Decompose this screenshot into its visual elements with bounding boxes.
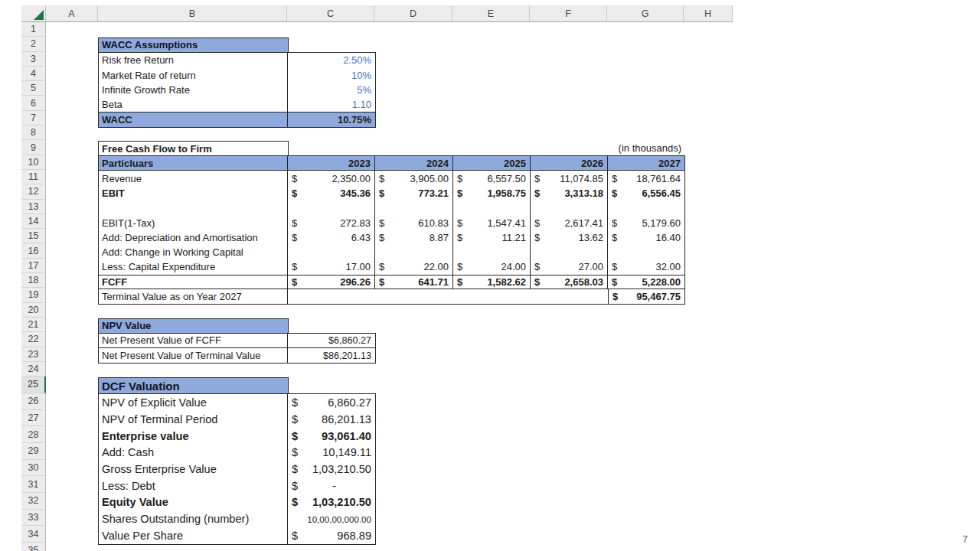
fcff-value-cell[interactable]: $11.21 (453, 230, 531, 245)
row-header-10[interactable]: 10 (21, 155, 46, 170)
fcff-value-cell[interactable]: $11,074.85 (531, 171, 608, 185)
fcff-value-cell[interactable]: $1,958.75 (453, 186, 531, 201)
fcff-label-cell[interactable]: Revenue (99, 171, 288, 185)
fcff-value-cell[interactable]: $17.00 (288, 259, 375, 274)
wacc-value-cell[interactable]: 2.50% (288, 53, 375, 67)
row-header-8[interactable]: 8 (21, 126, 46, 140)
fcff-value-cell[interactable] (608, 201, 684, 215)
column-header-H[interactable]: H (684, 5, 733, 22)
fcff-value-cell[interactable]: $773.21 (375, 186, 453, 201)
column-header-F[interactable]: F (530, 5, 607, 22)
row-header-21[interactable]: 21 (21, 318, 46, 332)
wacc-total-value-cell[interactable]: 10.75% (288, 112, 375, 126)
dcf-label-cell[interactable]: Equity Value (99, 494, 288, 511)
fcff-value-cell[interactable]: $5,179.60 (608, 215, 684, 230)
row-header-5[interactable]: 5 (21, 81, 46, 96)
row-header-6[interactable]: 6 (21, 96, 46, 110)
fcff-value-cell[interactable]: $27.00 (531, 259, 608, 274)
row-header-1[interactable]: 1 (21, 22, 46, 37)
fcff-value-cell[interactable]: $2,350.00 (288, 171, 375, 185)
dcf-value-cell[interactable]: $968.89 (288, 527, 375, 544)
wacc-value-cell[interactable]: 1.10 (288, 97, 375, 112)
column-header-D[interactable]: D (374, 5, 452, 22)
fcff-value-cell[interactable]: $345.36 (288, 186, 375, 201)
row-header-31[interactable]: 31 (21, 476, 46, 493)
dcf-value-cell[interactable]: $1,03,210.50 (288, 494, 375, 511)
fcff-label-cell[interactable]: EBIT(1-Tax) (99, 215, 288, 230)
row-header-2[interactable]: 2 (21, 37, 46, 51)
wacc-label-cell[interactable]: Risk free Return (99, 53, 288, 67)
row-header-11[interactable]: 11 (21, 170, 46, 184)
row-header-34[interactable]: 34 (21, 526, 46, 543)
fcff-value-cell[interactable]: $8.87 (375, 230, 453, 245)
row-header-22[interactable]: 22 (21, 332, 46, 347)
fcff-value-cell[interactable] (288, 201, 375, 215)
fcff-value-cell[interactable] (531, 245, 608, 259)
npv-label-cell[interactable]: Net Present Value of FCFF (99, 334, 288, 347)
column-header-B[interactable]: B (98, 5, 287, 22)
dcf-label-cell[interactable]: Enterprise value (99, 428, 288, 445)
row-header-7[interactable]: 7 (21, 111, 46, 126)
fcff-year-cell[interactable]: 2027 (608, 156, 684, 170)
dcf-value-cell[interactable]: $- (288, 478, 375, 494)
row-header-12[interactable]: 12 (21, 184, 46, 199)
fcff-value-cell[interactable]: $18,761.64 (608, 171, 684, 185)
fcff-title-cell[interactable]: Free Cash Flow to Firm (98, 141, 289, 156)
row-header-20[interactable]: 20 (21, 303, 46, 318)
wacc-label-cell[interactable]: Infinite Growth Rate (99, 83, 288, 97)
row-header-26[interactable]: 26 (21, 393, 46, 410)
fcff-header-label-cell[interactable]: Particluars (99, 156, 288, 170)
select-all-button[interactable] (21, 5, 46, 22)
fcff-value-cell[interactable]: $13.62 (531, 230, 608, 245)
row-header-14[interactable]: 14 (21, 214, 46, 229)
wacc-value-cell[interactable]: 10% (288, 67, 375, 82)
row-header-24[interactable]: 24 (21, 362, 46, 377)
row-header-27[interactable]: 27 (21, 410, 46, 427)
fcff-value-cell[interactable] (288, 245, 375, 259)
npv-value-cell[interactable]: $86,201.13 (288, 348, 375, 363)
fcff-label-cell[interactable]: EBIT (99, 186, 288, 201)
row-header-3[interactable]: 3 (21, 52, 46, 67)
row-header-30[interactable]: 30 (21, 460, 46, 477)
fcff-value-cell[interactable] (453, 201, 531, 215)
fcff-value-cell[interactable]: $3,905.00 (375, 171, 453, 185)
dcf-label-cell[interactable]: Less: Debt (99, 478, 288, 494)
fcff-value-cell[interactable]: $16.40 (608, 230, 684, 245)
fcff-year-cell[interactable]: 2023 (288, 156, 375, 170)
row-header-9[interactable]: 9 (21, 140, 46, 155)
column-header-C[interactable]: C (287, 5, 374, 22)
units-note-cell[interactable]: (in thousands) (567, 141, 684, 155)
row-header-13[interactable]: 13 (21, 200, 46, 214)
row-header-29[interactable]: 29 (21, 443, 46, 460)
fcff-value-cell[interactable] (608, 245, 684, 259)
fcff-value-cell[interactable] (375, 245, 453, 259)
npv-label-cell[interactable]: Net Present Value of Terminal Value (99, 348, 288, 363)
fcff-value-cell[interactable]: $6.43 (288, 230, 375, 245)
row-header-17[interactable]: 17 (21, 259, 46, 273)
fcff-label-cell[interactable]: Add: Depreciation and Amortisation (99, 230, 288, 245)
fcff-value-cell[interactable] (453, 245, 531, 259)
fcff-value-cell[interactable]: $3,313.18 (531, 186, 608, 201)
wacc-value-cell[interactable]: 5% (288, 83, 375, 97)
dcf-label-cell[interactable]: Value Per Share (99, 527, 288, 544)
fcff-label-cell[interactable] (99, 201, 288, 215)
fcff-value-cell[interactable]: $272.83 (288, 215, 375, 230)
fcff-value-cell[interactable]: $1,547.41 (453, 215, 531, 230)
fcff-value-cell[interactable]: $2,658.03 (531, 276, 608, 289)
dcf-value-cell[interactable]: $93,061.40 (288, 428, 375, 445)
column-header-E[interactable]: E (452, 5, 530, 22)
fcff-value-cell[interactable]: $22.00 (375, 259, 453, 274)
fcff-value-cell[interactable]: $24.00 (453, 259, 531, 274)
dcf-label-cell[interactable]: NPV of Explicit Value (99, 394, 288, 411)
wacc-title-cell[interactable]: WACC Assumptions (98, 37, 289, 53)
dcf-title-cell[interactable]: DCF Valuation (98, 377, 289, 395)
fcff-year-cell[interactable]: 2025 (453, 156, 531, 170)
dcf-label-cell[interactable]: Add: Cash (99, 444, 288, 461)
row-header-32[interactable]: 32 (21, 493, 46, 510)
row-header-25[interactable]: 25 (21, 377, 46, 393)
row-header-16[interactable]: 16 (21, 243, 46, 258)
row-header-4[interactable]: 4 (21, 67, 46, 81)
fcff-label-cell[interactable]: FCFF (99, 276, 288, 289)
row-header-33[interactable]: 33 (21, 510, 46, 527)
row-header-15[interactable]: 15 (21, 229, 46, 243)
